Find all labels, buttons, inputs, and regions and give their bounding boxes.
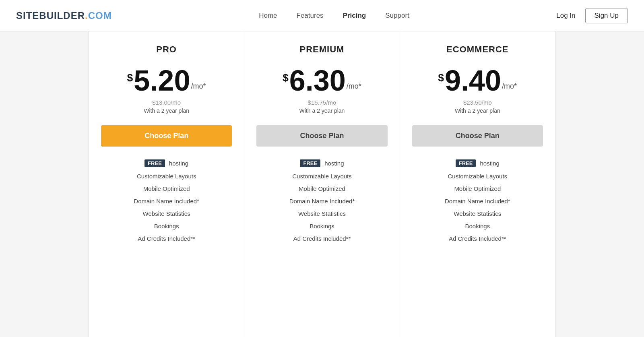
plans-container: PRO $ 5.20 /mo* $13.00/mo With a 2 year … — [40, 31, 604, 337]
price-note-premium: With a 2 year plan — [299, 108, 345, 114]
feature-hosting-premium: FREE hosting — [256, 159, 387, 167]
choose-plan-button-ecommerce[interactable]: Choose Plan — [412, 125, 543, 147]
pricing-section: PRO $ 5.20 /mo* $13.00/mo With a 2 year … — [0, 31, 644, 337]
plan-card-pro: PRO $ 5.20 /mo* $13.00/mo With a 2 year … — [89, 31, 244, 337]
logo-dot: . — [85, 10, 88, 21]
logo-com-text: COM — [88, 10, 112, 21]
plan-card-ecommerce: ECOMMERCE $ 9.40 /mo* $23.50/mo With a 2… — [400, 31, 555, 337]
badge-free-ecommerce: FREE — [456, 159, 476, 167]
badge-free-pro: FREE — [144, 159, 165, 167]
price-suffix-pro: /mo* — [191, 82, 206, 91]
feature-hosting-ecommerce: FREE hosting — [412, 159, 543, 167]
price-main-pro: 5.20 — [134, 66, 190, 95]
feature-stats-pro: Website Statistics — [101, 210, 232, 217]
feature-mobile-pro: Mobile Optimized — [101, 185, 232, 192]
login-button[interactable]: Log In — [556, 12, 575, 20]
price-suffix-ecommerce: /mo* — [502, 82, 517, 91]
price-main-ecommerce: 9.40 — [445, 66, 501, 95]
nav-right: Log In Sign Up — [556, 8, 628, 23]
logo: SITEBUILDER.COM — [16, 10, 112, 21]
price-dollar-ecommerce: $ — [438, 72, 444, 84]
plan-name-premium: PREMIUM — [300, 44, 345, 55]
feature-stats-ecommerce: Website Statistics — [412, 210, 543, 217]
nav-link-pricing[interactable]: Pricing — [343, 12, 366, 20]
price-original-premium: $15.75/mo — [308, 99, 336, 106]
nav-links: Home Features Pricing Support — [259, 12, 409, 20]
logo-site-text: SITEBUILDER — [16, 10, 85, 21]
features-list-ecommerce: FREE hosting Customizable Layouts Mobile… — [412, 159, 543, 242]
price-dollar-premium: $ — [283, 72, 288, 84]
choose-plan-button-premium[interactable]: Choose Plan — [256, 125, 387, 147]
feature-domain-premium: Domain Name Included* — [256, 198, 387, 205]
feature-hosting-pro: FREE hosting — [101, 159, 232, 167]
badge-free-premium: FREE — [300, 159, 320, 167]
plan-name-pro: PRO — [156, 44, 177, 55]
nav-link-features[interactable]: Features — [297, 12, 324, 20]
price-suffix-premium: /mo* — [347, 82, 361, 91]
feature-domain-pro: Domain Name Included* — [101, 198, 232, 205]
price-main-premium: 6.30 — [289, 66, 346, 95]
navbar: SITEBUILDER.COM Home Features Pricing Su… — [0, 0, 644, 31]
nav-link-home[interactable]: Home — [259, 12, 277, 20]
feature-layouts-ecommerce: Customizable Layouts — [412, 173, 543, 180]
choose-plan-button-pro[interactable]: Choose Plan — [101, 125, 232, 147]
feature-domain-ecommerce: Domain Name Included* — [412, 198, 543, 205]
price-note-ecommerce: With a 2 year plan — [455, 108, 500, 114]
price-block-pro: $ 5.20 /mo* — [127, 66, 206, 95]
feature-layouts-premium: Customizable Layouts — [256, 173, 387, 180]
plan-name-ecommerce: ECOMMERCE — [446, 44, 508, 55]
feature-bookings-premium: Bookings — [256, 223, 387, 229]
feature-mobile-premium: Mobile Optimized — [256, 185, 387, 192]
feature-adcredits-ecommerce: Ad Credits Included** — [412, 235, 543, 242]
nav-link-support[interactable]: Support — [385, 12, 409, 20]
feature-adcredits-pro: Ad Credits Included** — [101, 235, 232, 242]
feature-stats-premium: Website Statistics — [256, 210, 387, 217]
feature-layouts-pro: Customizable Layouts — [101, 173, 232, 180]
price-block-premium: $ 6.30 /mo* — [283, 66, 361, 95]
price-note-pro: With a 2 year plan — [144, 108, 189, 114]
signup-button[interactable]: Sign Up — [585, 8, 628, 23]
feature-bookings-pro: Bookings — [101, 223, 232, 229]
price-dollar-pro: $ — [127, 72, 133, 84]
price-block-ecommerce: $ 9.40 /mo* — [438, 66, 517, 95]
feature-adcredits-premium: Ad Credits Included** — [256, 235, 387, 242]
features-list-pro: FREE hosting Customizable Layouts Mobile… — [101, 159, 232, 242]
feature-bookings-ecommerce: Bookings — [412, 223, 543, 229]
features-list-premium: FREE hosting Customizable Layouts Mobile… — [256, 159, 387, 242]
feature-mobile-ecommerce: Mobile Optimized — [412, 185, 543, 192]
price-original-ecommerce: $23.50/mo — [463, 99, 492, 106]
price-original-pro: $13.00/mo — [152, 99, 181, 106]
plan-card-premium: PREMIUM $ 6.30 /mo* $15.75/mo With a 2 y… — [244, 31, 400, 337]
